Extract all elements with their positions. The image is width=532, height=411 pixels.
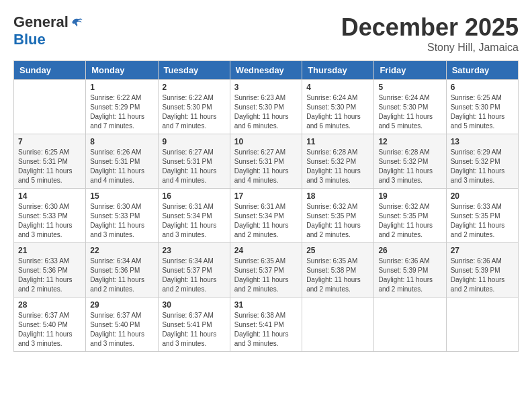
calendar-cell: 12Sunrise: 6:28 AM Sunset: 5:32 PM Dayli… xyxy=(374,134,446,189)
day-number: 10 xyxy=(234,137,298,146)
day-number: 16 xyxy=(163,191,226,201)
calendar-week-row: 21Sunrise: 6:33 AM Sunset: 5:36 PM Dayli… xyxy=(14,243,519,298)
day-info: Sunrise: 6:27 AM Sunset: 5:31 PM Dayligh… xyxy=(163,148,226,185)
day-info: Sunrise: 6:33 AM Sunset: 5:36 PM Dayligh… xyxy=(18,257,81,294)
day-number: 29 xyxy=(90,300,153,310)
day-number: 11 xyxy=(306,137,369,146)
calendar-cell: 7Sunrise: 6:25 AM Sunset: 5:31 PM Daylig… xyxy=(14,134,86,189)
calendar-cell: 30Sunrise: 6:37 AM Sunset: 5:41 PM Dayli… xyxy=(158,298,230,352)
calendar-cell: 1Sunrise: 6:22 AM Sunset: 5:29 PM Daylig… xyxy=(86,80,158,134)
calendar-week-row: 1Sunrise: 6:22 AM Sunset: 5:29 PM Daylig… xyxy=(14,80,519,134)
day-header-tuesday: Tuesday xyxy=(158,61,230,80)
day-info: Sunrise: 6:35 AM Sunset: 5:38 PM Dayligh… xyxy=(306,257,369,294)
day-number: 4 xyxy=(306,83,369,92)
calendar-cell xyxy=(14,80,86,134)
day-number: 12 xyxy=(378,137,441,146)
calendar-cell: 29Sunrise: 6:37 AM Sunset: 5:40 PM Dayli… xyxy=(86,298,158,352)
day-info: Sunrise: 6:32 AM Sunset: 5:35 PM Dayligh… xyxy=(306,202,369,240)
day-number: 25 xyxy=(306,246,369,255)
day-info: Sunrise: 6:36 AM Sunset: 5:39 PM Dayligh… xyxy=(378,257,441,294)
day-number: 13 xyxy=(451,137,514,146)
calendar-cell xyxy=(446,298,518,352)
day-number: 3 xyxy=(234,83,298,92)
day-info: Sunrise: 6:25 AM Sunset: 5:30 PM Dayligh… xyxy=(451,93,514,131)
day-number: 14 xyxy=(18,191,81,201)
day-number: 28 xyxy=(18,300,81,310)
day-number: 26 xyxy=(378,246,441,255)
day-number: 30 xyxy=(163,300,226,310)
day-number: 20 xyxy=(451,191,514,201)
calendar-cell: 10Sunrise: 6:27 AM Sunset: 5:31 PM Dayli… xyxy=(230,134,302,189)
day-info: Sunrise: 6:32 AM Sunset: 5:35 PM Dayligh… xyxy=(378,202,441,240)
day-info: Sunrise: 6:33 AM Sunset: 5:35 PM Dayligh… xyxy=(451,202,514,240)
day-number: 9 xyxy=(163,137,226,146)
calendar-cell: 19Sunrise: 6:32 AM Sunset: 5:35 PM Dayli… xyxy=(374,189,446,243)
calendar-cell xyxy=(374,298,446,352)
day-header-thursday: Thursday xyxy=(302,61,374,80)
calendar-cell: 5Sunrise: 6:24 AM Sunset: 5:30 PM Daylig… xyxy=(374,80,446,134)
day-number: 6 xyxy=(451,83,514,92)
day-info: Sunrise: 6:28 AM Sunset: 5:32 PM Dayligh… xyxy=(378,148,441,185)
day-info: Sunrise: 6:23 AM Sunset: 5:30 PM Dayligh… xyxy=(234,93,298,131)
calendar-week-row: 28Sunrise: 6:37 AM Sunset: 5:40 PM Dayli… xyxy=(14,298,519,352)
calendar-cell: 17Sunrise: 6:31 AM Sunset: 5:34 PM Dayli… xyxy=(230,189,302,243)
calendar-cell: 27Sunrise: 6:36 AM Sunset: 5:39 PM Dayli… xyxy=(446,243,518,298)
calendar-cell: 4Sunrise: 6:24 AM Sunset: 5:30 PM Daylig… xyxy=(302,80,374,134)
day-info: Sunrise: 6:25 AM Sunset: 5:31 PM Dayligh… xyxy=(18,148,81,185)
calendar-cell: 31Sunrise: 6:38 AM Sunset: 5:41 PM Dayli… xyxy=(230,298,302,352)
logo-general-text: General xyxy=(13,13,69,31)
calendar-cell: 21Sunrise: 6:33 AM Sunset: 5:36 PM Dayli… xyxy=(14,243,86,298)
day-header-saturday: Saturday xyxy=(446,61,518,80)
calendar-cell: 28Sunrise: 6:37 AM Sunset: 5:40 PM Dayli… xyxy=(14,298,86,352)
day-info: Sunrise: 6:37 AM Sunset: 5:40 PM Dayligh… xyxy=(18,311,81,349)
day-info: Sunrise: 6:22 AM Sunset: 5:30 PM Dayligh… xyxy=(163,93,226,131)
calendar-cell: 23Sunrise: 6:34 AM Sunset: 5:37 PM Dayli… xyxy=(158,243,230,298)
logo: General Blue xyxy=(13,13,83,48)
logo-blue-text: Blue xyxy=(13,31,46,48)
title-block: December 2025 Stony Hill, Jamaica xyxy=(341,13,519,54)
day-number: 23 xyxy=(163,246,226,255)
day-info: Sunrise: 6:24 AM Sunset: 5:30 PM Dayligh… xyxy=(306,93,369,131)
page-header: General Blue December 2025 Stony Hill, J… xyxy=(13,13,519,54)
day-info: Sunrise: 6:22 AM Sunset: 5:29 PM Dayligh… xyxy=(90,93,153,131)
calendar-week-row: 14Sunrise: 6:30 AM Sunset: 5:33 PM Dayli… xyxy=(14,189,519,243)
day-header-friday: Friday xyxy=(374,61,446,80)
location-text: Stony Hill, Jamaica xyxy=(341,42,519,54)
day-info: Sunrise: 6:30 AM Sunset: 5:33 PM Dayligh… xyxy=(90,202,153,240)
day-info: Sunrise: 6:31 AM Sunset: 5:34 PM Dayligh… xyxy=(163,202,226,240)
day-info: Sunrise: 6:34 AM Sunset: 5:36 PM Dayligh… xyxy=(90,257,153,294)
day-info: Sunrise: 6:37 AM Sunset: 5:41 PM Dayligh… xyxy=(163,311,226,349)
day-number: 18 xyxy=(306,191,369,201)
day-number: 1 xyxy=(90,83,153,92)
day-info: Sunrise: 6:26 AM Sunset: 5:31 PM Dayligh… xyxy=(90,148,153,185)
day-info: Sunrise: 6:35 AM Sunset: 5:37 PM Dayligh… xyxy=(234,257,298,294)
day-number: 5 xyxy=(378,83,441,92)
day-info: Sunrise: 6:34 AM Sunset: 5:37 PM Dayligh… xyxy=(163,257,226,294)
calendar-cell: 8Sunrise: 6:26 AM Sunset: 5:31 PM Daylig… xyxy=(86,134,158,189)
calendar-cell: 14Sunrise: 6:30 AM Sunset: 5:33 PM Dayli… xyxy=(14,189,86,243)
logo-bird-icon xyxy=(70,15,83,29)
day-number: 8 xyxy=(90,137,153,146)
calendar-cell: 25Sunrise: 6:35 AM Sunset: 5:38 PM Dayli… xyxy=(302,243,374,298)
day-number: 22 xyxy=(90,246,153,255)
day-number: 2 xyxy=(163,83,226,92)
day-number: 27 xyxy=(451,246,514,255)
calendar-cell: 13Sunrise: 6:29 AM Sunset: 5:32 PM Dayli… xyxy=(446,134,518,189)
day-info: Sunrise: 6:31 AM Sunset: 5:34 PM Dayligh… xyxy=(234,202,298,240)
calendar-cell xyxy=(302,298,374,352)
day-info: Sunrise: 6:30 AM Sunset: 5:33 PM Dayligh… xyxy=(18,202,81,240)
calendar-week-row: 7Sunrise: 6:25 AM Sunset: 5:31 PM Daylig… xyxy=(14,134,519,189)
calendar-cell: 2Sunrise: 6:22 AM Sunset: 5:30 PM Daylig… xyxy=(158,80,230,134)
day-number: 19 xyxy=(378,191,441,201)
day-info: Sunrise: 6:28 AM Sunset: 5:32 PM Dayligh… xyxy=(306,148,369,185)
calendar-cell: 11Sunrise: 6:28 AM Sunset: 5:32 PM Dayli… xyxy=(302,134,374,189)
calendar-table: SundayMondayTuesdayWednesdayThursdayFrid… xyxy=(13,60,519,352)
day-header-wednesday: Wednesday xyxy=(230,61,302,80)
day-number: 21 xyxy=(18,246,81,255)
day-info: Sunrise: 6:27 AM Sunset: 5:31 PM Dayligh… xyxy=(234,148,298,185)
day-number: 17 xyxy=(234,191,298,201)
calendar-cell: 3Sunrise: 6:23 AM Sunset: 5:30 PM Daylig… xyxy=(230,80,302,134)
day-number: 31 xyxy=(234,300,298,310)
calendar-cell: 16Sunrise: 6:31 AM Sunset: 5:34 PM Dayli… xyxy=(158,189,230,243)
day-header-monday: Monday xyxy=(86,61,158,80)
